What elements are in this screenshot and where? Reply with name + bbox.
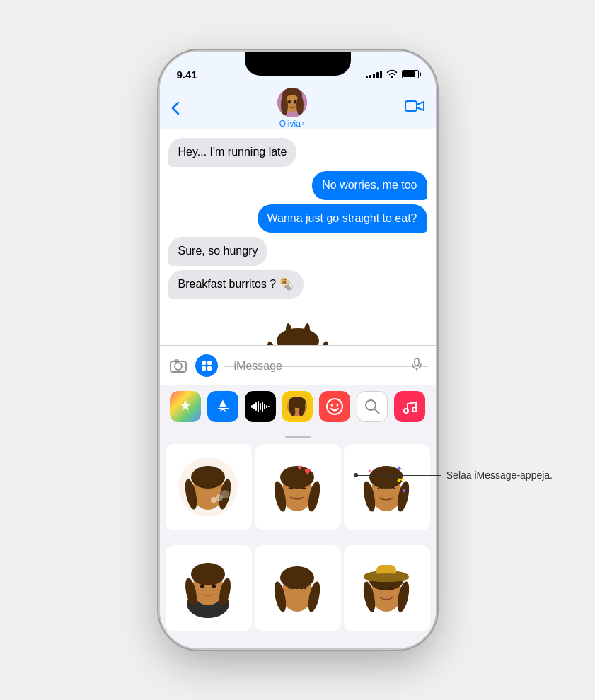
contact-name-label: Olivia ›	[279, 119, 304, 129]
memoji-sticker-image	[252, 309, 344, 345]
apps-button[interactable]	[195, 354, 218, 377]
svg-point-5	[288, 100, 291, 103]
smileys-icon[interactable]	[319, 391, 350, 422]
message-bubble: No worries, me too	[312, 171, 427, 200]
sticker-cell[interactable]: ✦ ✦ ✦	[344, 444, 430, 530]
message-row: Wanna just go straight to eat?	[168, 204, 427, 233]
chat-area[interactable]: Hey... I'm running late No worries, me t…	[160, 129, 436, 345]
svg-rect-28	[207, 361, 212, 365]
svg-rect-34	[253, 404, 255, 409]
svg-point-83	[191, 563, 225, 585]
svg-rect-36	[258, 401, 259, 412]
svg-rect-40	[266, 405, 267, 408]
appstore-icon[interactable]	[207, 391, 238, 422]
photos-app-icon[interactable]	[170, 391, 201, 422]
svg-point-3	[281, 95, 288, 116]
panel-handle-area	[160, 427, 436, 438]
message-row: Sure, so hungry	[168, 237, 427, 266]
sticker-cell[interactable]	[344, 545, 430, 631]
phone-frame: 9.41	[160, 52, 436, 648]
app-icons-row	[160, 385, 436, 427]
message-row: Hey... I'm running late	[168, 138, 427, 167]
svg-point-57	[191, 466, 225, 489]
screen: 9.41	[160, 52, 436, 648]
input-area: iMessage	[160, 345, 436, 385]
signal-bars-icon	[366, 70, 382, 78]
sticker-cell[interactable]	[166, 545, 252, 631]
contact-info[interactable]: Olivia ›	[277, 88, 307, 129]
svg-point-12	[277, 328, 319, 345]
mic-button[interactable]	[412, 358, 422, 373]
sticker-cell[interactable]	[166, 444, 252, 530]
message-row: No worries, me too	[168, 171, 427, 200]
message-text: Wanna just go straight to eat?	[267, 212, 417, 224]
svg-point-48	[327, 399, 342, 414]
svg-point-6	[294, 100, 296, 103]
svg-point-25	[175, 363, 182, 370]
svg-point-87	[212, 584, 216, 588]
search-icon[interactable]	[357, 391, 388, 422]
sticker-message	[168, 309, 427, 345]
svg-point-99	[364, 573, 409, 582]
sticker-cell[interactable]: ♥ ♥	[255, 444, 341, 530]
svg-rect-7	[405, 101, 417, 111]
video-call-button[interactable]	[405, 99, 424, 117]
svg-text:♥: ♥	[297, 462, 302, 472]
svg-point-61	[211, 497, 216, 503]
svg-point-53	[404, 409, 408, 413]
svg-point-50	[337, 404, 339, 406]
annotation-text: Selaa iMessage-appeja.	[446, 469, 553, 481]
svg-rect-29	[202, 366, 206, 371]
message-row: Breakfast burritos ? 🌯	[168, 270, 427, 299]
message-text: Sure, so hungry	[178, 245, 258, 257]
notch	[245, 52, 351, 76]
svg-point-60	[206, 496, 210, 500]
svg-line-52	[374, 409, 379, 414]
svg-point-89	[280, 566, 314, 589]
svg-point-54	[412, 407, 417, 412]
avatar	[277, 88, 307, 117]
message-bubble: Breakfast burritos ? 🌯	[168, 270, 304, 299]
svg-rect-35	[255, 402, 257, 411]
message-text: No worries, me too	[322, 179, 417, 191]
sticker-cell[interactable]	[255, 545, 341, 631]
message-bubble: Hey... I'm running late	[168, 138, 297, 167]
message-placeholder: iMessage	[224, 366, 429, 367]
svg-rect-41	[268, 406, 270, 407]
svg-text:♥: ♥	[304, 465, 311, 477]
status-time: 9.41	[177, 69, 197, 81]
annotation-line	[356, 475, 441, 476]
nav-bar: Olivia ›	[160, 87, 436, 129]
svg-rect-31	[415, 358, 419, 366]
camera-button[interactable]	[167, 354, 190, 377]
memoji-app-icon[interactable]	[282, 391, 313, 422]
svg-rect-37	[260, 403, 261, 410]
svg-rect-39	[264, 404, 265, 409]
status-icons	[366, 69, 419, 80]
battery-icon	[402, 70, 419, 78]
svg-rect-38	[262, 402, 263, 412]
audio-messages-icon[interactable]	[245, 391, 276, 422]
svg-rect-30	[207, 366, 212, 371]
svg-point-4	[296, 95, 304, 116]
message-text: Breakfast burritos ? 🌯	[178, 278, 294, 290]
message-bubble: Sure, so hungry	[168, 237, 268, 266]
svg-point-63	[221, 490, 229, 498]
annotation: Selaa iMessage-appeja.	[356, 469, 553, 481]
back-button[interactable]	[171, 101, 180, 115]
svg-point-86	[200, 584, 204, 588]
message-text: Hey... I'm running late	[178, 146, 287, 158]
wifi-icon	[386, 69, 398, 80]
svg-point-49	[331, 404, 333, 406]
message-bubble: Wanna just go straight to eat?	[258, 204, 427, 233]
svg-rect-27	[202, 361, 206, 365]
svg-rect-33	[251, 405, 253, 408]
music-icon[interactable]	[394, 391, 425, 422]
